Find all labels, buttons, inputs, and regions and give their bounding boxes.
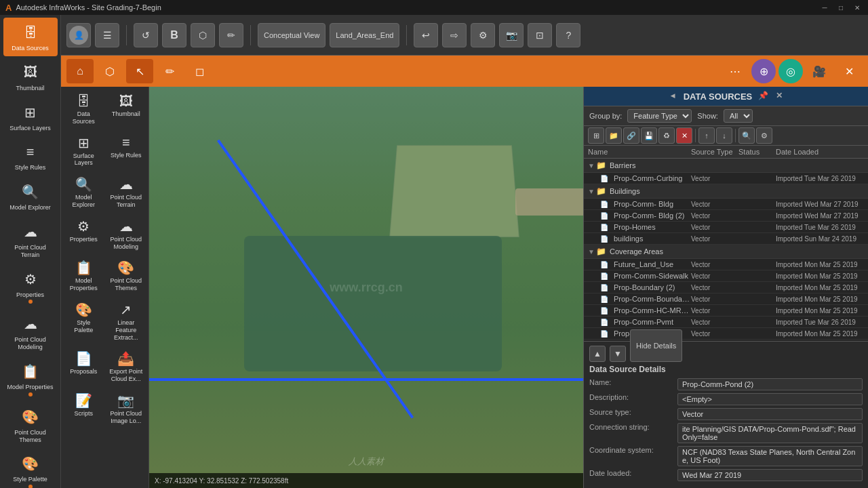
pencil-tool-btn[interactable]: ✏: [156, 59, 183, 83]
ds-export-btn[interactable]: ↓: [716, 127, 732, 144]
cube-tool-btn[interactable]: ⬡: [96, 59, 123, 83]
icon-panel-item-point-cloud-terrain[interactable]: ☁ Point Cloud Terrain: [106, 172, 146, 213]
toolbar-area: 👤 ☰ ↺ B ⬡ ✏ Conceptual View Land_Areas_E…: [61, 15, 868, 488]
viewport[interactable]: www.rrcg.cn 人人素材 X: -97.413204 Y: 32.851…: [149, 87, 583, 488]
icon-panel-label-model-explorer: Model Explorer: [66, 194, 101, 209]
back-btn[interactable]: ↩: [414, 23, 438, 47]
home-tool-btn[interactable]: ⌂: [66, 59, 94, 83]
tree-item[interactable]: 📄 Prop-Comm- Bldg (2) Vector Imported We…: [584, 210, 868, 222]
rect-tool-btn[interactable]: ◻: [186, 59, 213, 83]
sidebar-item-thumbnail[interactable]: 🖼 Thumbnail: [3, 58, 58, 96]
tree-item[interactable]: 📄 Prop-Comm-Pvmt Vector Imported Tue Mar…: [584, 317, 868, 328]
show-select[interactable]: All: [724, 109, 753, 123]
icon-panel-item-export-point-cloud[interactable]: 📤 Export Point Cloud Ex...: [106, 346, 146, 387]
tree-item[interactable]: 📄 Prop-Homes Vector Imported Tue Mar 26 …: [584, 222, 868, 233]
tree-item[interactable]: 📄 Prop-Comm-Curbing Vector Imported Tue …: [584, 173, 868, 184]
tree-item[interactable]: 📄 Prom-Comm-Sidewalk Vector Imported Mon…: [584, 270, 868, 282]
item-source: Vector: [691, 175, 738, 182]
icon-panel-item-model-properties[interactable]: 📋 Model Properties: [64, 256, 104, 296]
icon-panel-item-point-cloud-image[interactable]: 📷 Point Cloud Image Lo...: [106, 388, 146, 429]
tree-item[interactable]: 📄 Prop-Comm-Striping Vector Imported Mon…: [584, 328, 868, 340]
maximize-button[interactable]: □: [835, 2, 846, 13]
ds-connect-btn[interactable]: 🔗: [623, 127, 639, 144]
tree-item[interactable]: 📄 Prop-Boundary (2) Vector Imported Mon …: [584, 282, 868, 293]
icon-panel-item-point-cloud-themes[interactable]: 🎨 Point Cloud Themes: [106, 256, 146, 296]
sidebar-label-point-cloud-modeling: Point Cloud Modeling: [6, 336, 55, 351]
zoom-btn[interactable]: ⊡: [528, 23, 552, 47]
tree-group-header-coverage-areas[interactable]: ▼ 📁 Coverage Areas: [584, 245, 868, 259]
panel-back-icon[interactable]: ◂: [667, 91, 678, 102]
ds-save-btn[interactable]: 💾: [641, 127, 657, 144]
icon-panel-item-model-explorer[interactable]: 🔍 Model Explorer: [64, 172, 104, 213]
undo-btn[interactable]: ↺: [134, 23, 158, 47]
tree-group-header-barriers[interactable]: ▼ 📁 Barriers: [584, 159, 868, 173]
land-areas-btn[interactable]: Land_Areas_End: [330, 23, 399, 47]
group-by-select[interactable]: Feature Type: [627, 109, 692, 123]
sidebar-item-point-cloud-themes[interactable]: 🎨 Point Cloud Themes: [3, 402, 58, 448]
sidebar-item-style-rules[interactable]: ≡ Style Rules: [3, 137, 58, 176]
icon-panel-item-proposals[interactable]: 📄 Proposals: [64, 346, 104, 387]
sidebar-item-data-sources[interactable]: 🗄 Data Sources: [3, 18, 58, 56]
close-tool-btn[interactable]: ✕: [835, 59, 863, 83]
tree-group-header-buildings[interactable]: ▼ 📁 Buildings: [584, 184, 868, 199]
edit-btn[interactable]: ✏: [219, 23, 243, 47]
purple-tool-btn[interactable]: ⊕: [751, 59, 776, 83]
ds-prop-btn[interactable]: ⚙: [756, 127, 772, 144]
tree-item[interactable]: 📄 Prop-Comm-Boundary (2) Vector Imported…: [584, 293, 868, 305]
icon-panel-item-style-palette[interactable]: 🎨 Style Palette: [64, 298, 104, 345]
icon-panel-item-surface-layers[interactable]: ⊞ Surface Layers: [64, 131, 104, 171]
tree-item[interactable]: 📄 Prop-Comm- Bldg Vector Imported Wed Ma…: [584, 199, 868, 210]
tree-item[interactable]: 📄 Future_Land_Use Vector Imported Mon Ma…: [584, 259, 868, 270]
sidebar-item-model-properties[interactable]: 📋 Model Properties: [3, 357, 58, 401]
item-name: Prop-Comm-Pvmt: [614, 318, 691, 326]
icon-panel-item-scripts[interactable]: 📝 Scripts: [64, 388, 104, 429]
teal-tool-btn[interactable]: ◎: [778, 59, 803, 83]
surface-layers-panel-icon: ⊞: [78, 135, 90, 151]
item-source: Vector: [691, 235, 738, 243]
ds-refresh-btn[interactable]: ♻: [658, 127, 675, 144]
icon-panel-item-thumbnail[interactable]: 🖼 Thumbnail: [106, 89, 146, 129]
view-btn[interactable]: ⬡: [191, 23, 215, 47]
forward-btn[interactable]: ⇨: [442, 23, 467, 47]
camera-btn[interactable]: 📷: [499, 23, 524, 47]
menu-btn[interactable]: ☰: [95, 23, 119, 47]
sidebar-item-properties[interactable]: ⚙ Properties: [3, 264, 58, 308]
tree-item[interactable]: 📄 Prop-Comm-HC-MRKG Vector Imported Mon …: [584, 305, 868, 317]
conceptual-view-btn[interactable]: Conceptual View: [258, 23, 326, 47]
panel-close-icon[interactable]: ✕: [774, 91, 785, 102]
ds-import-btn[interactable]: ↑: [698, 127, 715, 144]
icon-panel-item-properties[interactable]: ⚙ Properties: [64, 214, 104, 255]
extra-tool-btn[interactable]: ⋯: [722, 59, 749, 83]
icon-panel-label-point-cloud-image: Point Cloud Image Lo...: [109, 410, 144, 425]
top-toolbar: 👤 ☰ ↺ B ⬡ ✏ Conceptual View Land_Areas_E…: [61, 15, 868, 56]
scroll-up-btn[interactable]: ▲: [589, 346, 606, 362]
ds-add-btn[interactable]: 📁: [606, 127, 622, 144]
icon-panel-item-data-sources[interactable]: 🗄 Data Sources: [64, 89, 104, 129]
icon-panel-item-style-rules[interactable]: ≡ Style Rules: [106, 131, 146, 171]
ds-delete-btn[interactable]: ✕: [676, 127, 692, 144]
help-btn[interactable]: ?: [556, 23, 580, 47]
icon-panel-item-point-cloud-modeling[interactable]: ☁ Point Cloud Modeling: [106, 214, 146, 255]
sep1: [126, 25, 127, 45]
sidebar-item-point-cloud-terrain[interactable]: ☁ Point Cloud Terrain: [3, 217, 58, 263]
sidebar-item-point-cloud-modeling[interactable]: ☁ Point Cloud Modeling: [3, 309, 58, 355]
tree-item[interactable]: 📄 buildings Vector Imported Sun Mar 24 2…: [584, 233, 868, 245]
icon-panel-item-linear-feature[interactable]: ↗ Linear Feature Extract...: [106, 298, 146, 345]
select-tool-btn[interactable]: ↖: [126, 59, 153, 83]
minimize-button[interactable]: ─: [819, 2, 830, 13]
model-btn[interactable]: B: [162, 23, 186, 47]
user-btn[interactable]: 👤: [66, 23, 91, 47]
ds-grid-btn[interactable]: ⊞: [588, 127, 604, 144]
tools-btn[interactable]: ⚙: [471, 23, 495, 47]
sidebar-item-model-explorer[interactable]: 🔍 Model Explorer: [3, 177, 58, 216]
point-cloud-image-panel-icon: 📷: [117, 392, 134, 409]
group-name-coverage-areas: Coverage Areas: [610, 247, 864, 256]
ds-zoom-btn[interactable]: 🔍: [738, 127, 755, 144]
scroll-down-btn[interactable]: ▼: [610, 346, 626, 362]
sidebar-item-surface-layers[interactable]: ⊞ Surface Layers: [3, 98, 58, 136]
panel-pin-icon[interactable]: 📌: [757, 91, 768, 102]
camera-tool-btn[interactable]: 🎥: [806, 59, 833, 83]
close-button[interactable]: ✕: [852, 2, 863, 13]
sidebar-item-style-palette[interactable]: 🎨 Style Palette: [3, 449, 58, 488]
hide-details-button[interactable]: Hide Details: [630, 329, 682, 362]
